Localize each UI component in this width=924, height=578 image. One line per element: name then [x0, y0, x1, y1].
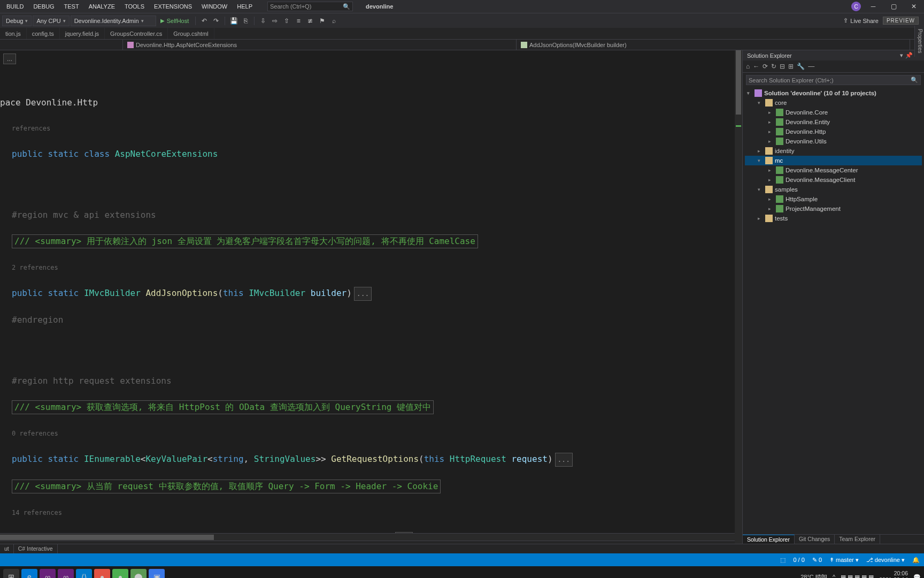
tab-tionjs[interactable]: tion.js [0, 28, 27, 39]
tab-configts[interactable]: config.ts [27, 28, 60, 39]
tab-jqueryfield[interactable]: jquery.field.js [60, 28, 105, 39]
errors-count[interactable]: 0 / 0 [793, 557, 804, 563]
nav-type-label: Devonline.Http.AspNetCoreExtensions [136, 42, 237, 48]
project-messagecenter[interactable]: ▸Devonline.MessageCenter [745, 165, 922, 175]
redo-icon[interactable]: ↷ [211, 16, 221, 26]
folder-identity[interactable]: ▸identity [745, 146, 922, 156]
project-devonline-utils[interactable]: ▸Devonline.Utils [745, 136, 922, 146]
find-icon[interactable]: ⌕ [328, 16, 339, 26]
tab-output[interactable]: ut [0, 544, 14, 553]
menu-extensions[interactable]: EXTENSIONS [150, 2, 196, 11]
project-messageclient[interactable]: ▸Devonline.MessageClient [745, 175, 922, 185]
fold-indicator[interactable]: ... [3, 54, 16, 64]
system-clock[interactable]: 20:06 2021-09-14 [879, 571, 908, 578]
edge-icon[interactable]: e [21, 569, 37, 578]
start-debug-button[interactable]: SelfHost [157, 16, 192, 26]
tab-groupcshtml[interactable]: Group.cshtml [168, 28, 214, 39]
user-avatar[interactable]: C [851, 2, 861, 11]
code-editor[interactable]: ... pace Devonline.Http references publi… [0, 50, 742, 544]
minimize-button[interactable]: ─ [865, 1, 881, 12]
collapse-all-icon[interactable]: ⊟ [780, 63, 785, 70]
git-branch[interactable]: ↟ master ▾ [829, 557, 859, 564]
tab-team-explorer[interactable]: Team Explorer [835, 535, 880, 544]
visualstudio-icon[interactable]: ∞ [40, 569, 56, 578]
collapse-icon[interactable]: ... [354, 287, 372, 301]
vertical-scrollbar[interactable] [735, 50, 742, 544]
tab-solution-explorer[interactable]: Solution Explorer [743, 535, 795, 544]
codelens-refs[interactable]: references [12, 122, 738, 135]
sync-icon[interactable]: ⟳ [763, 63, 768, 70]
menu-analyze[interactable]: ANALYZE [84, 2, 119, 11]
nav-scope[interactable] [0, 40, 123, 50]
startup-project-dropdown[interactable]: Devonline.Identity.Admin [71, 16, 156, 26]
global-search-input[interactable]: Search (Ctrl+Q) 🔍 [267, 2, 353, 11]
uncomment-icon[interactable]: ≢ [305, 16, 315, 26]
solution-root[interactable]: ▾Solution 'devonline' (10 of 10 projects… [745, 88, 922, 98]
maximize-button[interactable]: ▢ [886, 1, 902, 12]
project-projectmanagement[interactable]: ▸ProjectManagement [745, 204, 922, 214]
step-into-icon[interactable]: ⇩ [258, 16, 268, 26]
refresh-icon[interactable]: ↻ [771, 63, 776, 70]
folder-core[interactable]: ▾core [745, 98, 922, 108]
start-icon[interactable]: ⊞ [3, 569, 19, 578]
save-icon[interactable]: 💾 [228, 16, 239, 26]
step-over-icon[interactable]: ⇨ [270, 16, 280, 26]
tab-groupscontroller[interactable]: GroupsController.cs [105, 28, 168, 39]
show-all-icon[interactable]: ⊞ [788, 63, 794, 70]
hscroll-thumb[interactable] [0, 535, 214, 540]
git-repo[interactable]: ⎇ devonline ▾ [866, 557, 905, 564]
project-label: ProjectManagement [786, 206, 841, 212]
config-dropdown[interactable]: Debug [2, 16, 32, 26]
pin-icon[interactable]: ▾ [900, 52, 903, 59]
menu-test[interactable]: TEST [60, 2, 83, 11]
codelens-refs[interactable]: 2 references [12, 261, 738, 274]
save-all-icon[interactable]: ⎘ [240, 16, 251, 26]
project-devonline-http[interactable]: ▸Devonline.Http [745, 127, 922, 136]
comment-icon[interactable]: ≡ [293, 16, 304, 26]
collapse-icon[interactable]: ... [555, 453, 573, 467]
folder-samples[interactable]: ▾samples [745, 185, 922, 194]
home-icon[interactable]: ⌂ [746, 63, 750, 70]
back-icon[interactable]: ← [753, 63, 759, 70]
app-icon[interactable]: ⬤ [130, 569, 147, 578]
vscroll-thumb[interactable] [736, 50, 741, 115]
solution-search-input[interactable]: Search Solution Explorer (Ctrl+;) 🔍 [746, 75, 921, 85]
codelens-refs[interactable]: 0 references [12, 427, 738, 440]
project-devonline-entity[interactable]: ▸Devonline.Entity [745, 117, 922, 127]
bookmark-icon[interactable]: ⚑ [317, 16, 327, 26]
undo-icon[interactable]: ↶ [199, 16, 210, 26]
menu-help[interactable]: HELP [233, 2, 257, 11]
app-icon[interactable]: ▣ [149, 569, 165, 578]
tab-git-changes[interactable]: Git Changes [795, 535, 835, 544]
notifications-icon[interactable]: 💬 [913, 574, 921, 579]
menu-build[interactable]: BUILD [2, 2, 28, 11]
app-icon[interactable]: ● [94, 569, 110, 578]
menu-tools[interactable]: TOOLS [120, 2, 149, 11]
nav-member-dropdown[interactable]: AddJsonOptions(IMvcBuilder builder) [517, 40, 910, 50]
platform-dropdown[interactable]: Any CPU [33, 16, 69, 26]
menu-window[interactable]: WINDOW [197, 2, 232, 11]
project-httpsample[interactable]: ▸HttpSample [745, 194, 922, 204]
app-icon[interactable]: ● [112, 569, 128, 578]
pin-icon[interactable]: 📌 [905, 52, 913, 59]
properties-icon[interactable]: 🔧 [797, 63, 805, 70]
properties-tool-tab[interactable]: Properties [914, 26, 924, 57]
folder-mc[interactable]: ▾mc [745, 156, 922, 165]
tab-csharp-interactive[interactable]: C# Interactive [14, 544, 58, 553]
tray-icons[interactable]: ▦ ▦ ▦ ▦ ▦ [841, 574, 874, 579]
horizontal-scrollbar[interactable] [0, 533, 742, 541]
visualstudio-icon[interactable]: ∞ [58, 569, 74, 578]
preview-icon[interactable]: — [808, 63, 814, 70]
live-share-button[interactable]: ⇪ Live Share [843, 17, 879, 24]
vscode-icon[interactable]: ⟨⟩ [76, 569, 92, 578]
project-devonline-core[interactable]: ▸Devonline.Core [745, 108, 922, 117]
nav-type-dropdown[interactable]: Devonline.Http.AspNetCoreExtensions [123, 40, 517, 50]
step-out-icon[interactable]: ⇧ [281, 16, 292, 26]
codelens-refs[interactable]: 14 references [12, 506, 738, 519]
folder-tests[interactable]: ▸tests [745, 214, 922, 223]
close-button[interactable]: ✕ [906, 1, 922, 12]
menu-debug[interactable]: DEBUG [29, 2, 58, 11]
weather-widget[interactable]: 28°C 晴朗 [800, 573, 827, 579]
notification-icon[interactable]: 🔔 [912, 557, 920, 564]
tray-chevron-icon[interactable]: ^ [833, 574, 835, 578]
